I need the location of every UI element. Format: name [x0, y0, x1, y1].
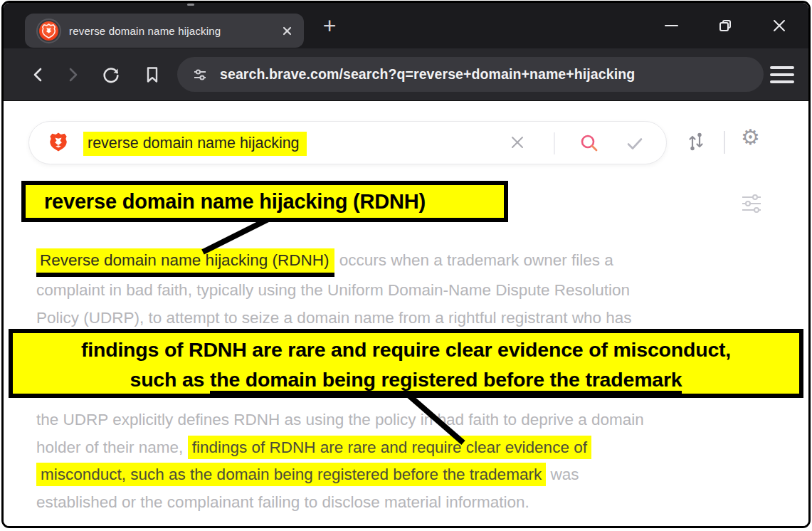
- site-controls-icon[interactable]: [191, 66, 209, 83]
- nav-bar: search.brave.com/search?q=reverse+domain…: [4, 48, 808, 101]
- annotation-callout-2: findings of RDNH are rare and require cl…: [9, 329, 803, 398]
- settings-gear-icon[interactable]: ⚙: [741, 127, 760, 148]
- back-button[interactable]: [28, 64, 49, 85]
- clear-query-icon[interactable]: [509, 134, 526, 151]
- tab-title: reverse domain name hijacking: [69, 25, 276, 37]
- search-box[interactable]: reverse domain name hijacking: [28, 121, 667, 164]
- para2-line4: established or the complainant failing t…: [36, 489, 644, 517]
- highlighted-term: Reverse domain name hijacking (RDNH): [36, 248, 334, 277]
- filter-sliders-icon[interactable]: [738, 191, 765, 216]
- answer-paragraph-1: Reverse domain name hijacking (RDNH) occ…: [36, 247, 632, 332]
- title-bar: reverse domain name hijacking +: [4, 3, 808, 48]
- bookmark-icon[interactable]: [142, 64, 163, 85]
- answer-paragraph-2: the UDRP explicitly defines RDNH as usin…: [36, 406, 644, 516]
- tab-close-icon[interactable]: [282, 26, 292, 36]
- swap-vertical-icon[interactable]: [685, 131, 707, 152]
- close-window-button[interactable]: [769, 15, 790, 36]
- url-bar[interactable]: search.brave.com/search?q=reverse+domain…: [177, 57, 764, 92]
- toolbar-divider: [724, 131, 725, 154]
- para2-line2: holder of their name, findings of RDNH a…: [36, 434, 644, 462]
- reload-button[interactable]: [100, 64, 122, 85]
- brave-logo-icon: [46, 131, 70, 155]
- window-drag-notch: [187, 4, 194, 6]
- browser-window: reverse domain name hijacking +: [1, 1, 811, 528]
- callout2-underlined-text: the domain being registered before the t…: [210, 368, 682, 394]
- menu-button[interactable]: [770, 65, 794, 85]
- page-content: reverse domain name hijacking: [4, 101, 808, 526]
- callout2-line1: findings of RDNH are rare and require cl…: [13, 335, 799, 364]
- highlighted-passage: findings of RDNH are rare and require cl…: [188, 436, 591, 459]
- para1-line2: complaint in bad faith, typically using …: [36, 277, 632, 305]
- para2-line3: misconduct, such as the domain being reg…: [36, 461, 644, 489]
- brave-favicon-icon: [39, 21, 58, 41]
- url-text[interactable]: search.brave.com/search?q=reverse+domain…: [220, 66, 635, 83]
- forward-button[interactable]: [62, 64, 83, 85]
- search-icon[interactable]: [579, 133, 599, 153]
- callout1-text: reverse domain name hijacking (RDNH): [44, 190, 426, 214]
- minimize-button[interactable]: [660, 15, 682, 36]
- para1-line3: Policy (UDRP), to attempt to seize a dom…: [36, 305, 632, 332]
- restore-button[interactable]: [715, 15, 736, 36]
- highlighted-passage: misconduct, such as the domain being reg…: [36, 463, 546, 486]
- search-divider: [554, 132, 555, 154]
- annotation-callout-1: reverse domain name hijacking (RDNH): [21, 181, 508, 222]
- check-icon[interactable]: [626, 135, 644, 153]
- window-controls: [660, 13, 790, 38]
- para1-line1: Reverse domain name hijacking (RDNH) occ…: [36, 247, 632, 277]
- browser-tab[interactable]: reverse domain name hijacking: [25, 14, 304, 48]
- new-tab-button[interactable]: +: [315, 10, 344, 41]
- search-query[interactable]: reverse domain name hijacking: [83, 132, 307, 156]
- callout2-line2: such as the domain being registered befo…: [13, 364, 799, 394]
- para2-line1: the UDRP explicitly defines RDNH as usin…: [36, 406, 644, 434]
